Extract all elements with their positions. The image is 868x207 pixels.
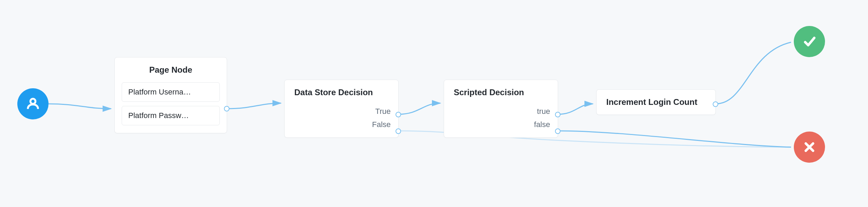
edge-increment-to-success bbox=[716, 42, 791, 104]
increment-output-port[interactable] bbox=[713, 101, 718, 107]
page-node-items: Platform Userna… Platform Passw… bbox=[115, 82, 227, 133]
page-node-output-port[interactable] bbox=[224, 106, 229, 111]
user-icon bbox=[25, 96, 41, 111]
data-store-false-port[interactable] bbox=[396, 128, 401, 134]
page-node-title: Page Node bbox=[115, 57, 227, 82]
edge-datastore-true-to-scripted bbox=[399, 103, 440, 114]
edge-page-to-datastore bbox=[227, 103, 281, 109]
svg-point-0 bbox=[31, 99, 36, 104]
cross-icon bbox=[802, 140, 817, 154]
increment-login-count-node[interactable]: Increment Login Count bbox=[596, 89, 716, 115]
fail-node[interactable] bbox=[794, 132, 825, 163]
scripted-true-port[interactable] bbox=[555, 112, 561, 117]
edge-start-to-page bbox=[49, 104, 111, 109]
page-node-item-username[interactable]: Platform Userna… bbox=[122, 82, 220, 102]
data-store-output-false: False bbox=[292, 118, 391, 131]
success-node[interactable] bbox=[794, 26, 825, 57]
data-store-true-port[interactable] bbox=[396, 112, 401, 117]
scripted-output-false: false bbox=[452, 118, 550, 131]
scripted-title: Scripted Decision bbox=[444, 80, 558, 105]
start-node[interactable] bbox=[17, 88, 49, 119]
data-store-decision-node[interactable]: Data Store Decision True False bbox=[284, 80, 399, 138]
data-store-outputs: True False bbox=[285, 105, 398, 137]
data-store-output-true: True bbox=[292, 105, 391, 118]
edge-scripted-false-to-fail bbox=[558, 131, 791, 147]
data-store-title: Data Store Decision bbox=[285, 80, 398, 105]
scripted-decision-node[interactable]: Scripted Decision true false bbox=[444, 80, 558, 138]
page-node-item-password[interactable]: Platform Passw… bbox=[122, 106, 220, 125]
scripted-false-port[interactable] bbox=[555, 128, 561, 134]
edge-scripted-true-to-increment bbox=[558, 104, 593, 114]
check-icon bbox=[802, 34, 817, 49]
scripted-output-true: true bbox=[452, 105, 550, 118]
increment-title: Increment Login Count bbox=[597, 90, 715, 115]
page-node[interactable]: Page Node Platform Userna… Platform Pass… bbox=[114, 57, 227, 133]
scripted-outputs: true false bbox=[444, 105, 558, 137]
